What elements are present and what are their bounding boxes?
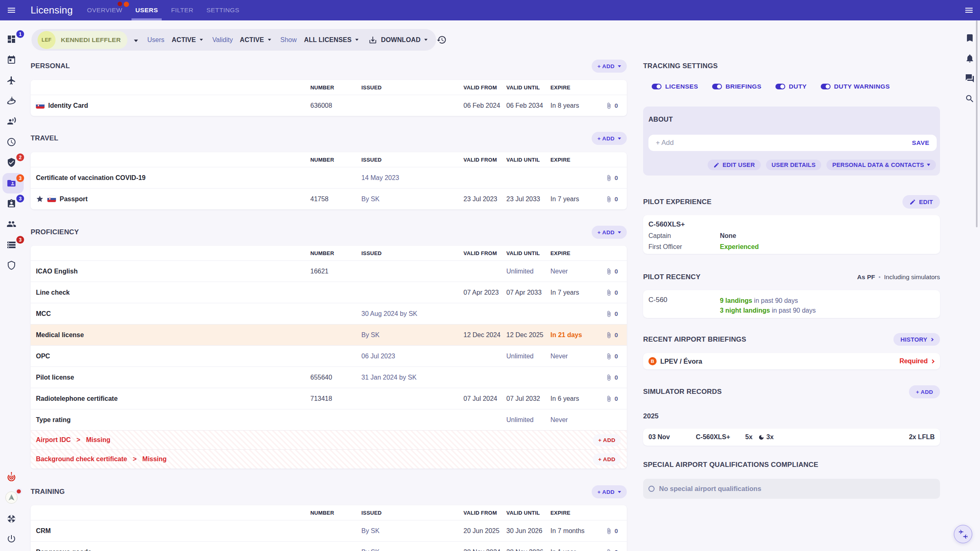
menu-icon[interactable]	[7, 5, 16, 15]
sidebar-item-duty-time[interactable]	[7, 137, 16, 147]
two-planes-icon	[958, 529, 969, 540]
travel-add-button[interactable]: + ADD	[592, 132, 627, 145]
download-button[interactable]: DOWNLOAD	[368, 36, 428, 44]
attachments[interactable]: 0	[600, 310, 627, 317]
pilot-recency-header: PILOT RECENCY As PF Including simulators	[643, 271, 940, 284]
sidebar-item-alerts[interactable]	[7, 471, 16, 481]
attachments[interactable]: 0	[600, 289, 627, 296]
proficiency-add-button[interactable]: + ADD	[592, 226, 627, 239]
rail-search[interactable]	[965, 94, 975, 104]
scrollbar[interactable]	[976, 20, 978, 227]
history-restore-button[interactable]	[437, 35, 447, 45]
missing-row-airport-idc[interactable]: Airport IDC > Missing + ADD	[31, 430, 627, 449]
attachments[interactable]: 0	[600, 102, 627, 109]
sidebar-item-logs[interactable]	[7, 240, 16, 250]
about-save-button[interactable]: SAVE	[904, 139, 937, 147]
tab-settings[interactable]: SETTINGS	[207, 0, 240, 20]
user-dropdown-caret[interactable]	[134, 36, 138, 44]
user-chip[interactable]: LEF KENNEDI LEFFLER	[38, 31, 127, 49]
table-row-covid-certificate[interactable]: Certificate of vaccination COVID-19 14 M…	[31, 167, 627, 188]
table-row-crm[interactable]: CRM By SK 20 Jun 2025 30 Jun 2026 In 7 m…	[31, 520, 627, 541]
sidebar-item-app-logo[interactable]	[5, 491, 18, 504]
sidebar-item-logout[interactable]	[7, 534, 16, 544]
simulator-record-card[interactable]: 03 Nov C-560XLS+ 5x 3x 2x LFLB	[643, 429, 940, 446]
attachments[interactable]: 0	[600, 353, 627, 360]
storage-icon	[7, 240, 16, 250]
sidebar-item-compliance[interactable]	[7, 158, 16, 167]
validity-filter-select[interactable]: ACTIVE	[240, 36, 271, 44]
table-row-opc[interactable]: OPC 06 Jul 2023 Unlimited Never 0	[31, 345, 627, 367]
slovakia-flag-icon	[36, 102, 45, 109]
special-qualifications-empty: No special airport qualifications	[659, 485, 761, 493]
simulator-add-button[interactable]: + ADD	[909, 385, 940, 398]
fab-flights-button[interactable]	[954, 525, 972, 543]
tab-filter[interactable]: FILTER	[171, 0, 194, 20]
users-filter-select[interactable]: ACTIVE	[172, 36, 203, 44]
toggle-switch[interactable]	[821, 84, 831, 89]
attachments[interactable]: 0	[600, 331, 627, 338]
tracking-settings-title: TRACKING SETTINGS	[643, 62, 718, 70]
about-input[interactable]	[648, 139, 904, 147]
chat-icon	[965, 73, 975, 83]
airport-briefing-card[interactable]: B LPEV / Évora Required	[643, 353, 940, 369]
personal-data-button[interactable]: PERSONAL DATA & CONTACTS	[826, 160, 936, 170]
attachments[interactable]: 0	[600, 268, 627, 275]
missing-row-background-check[interactable]: Background check certificate > Missing +…	[31, 449, 627, 469]
sidebar-item-crew-voice[interactable]	[7, 116, 16, 126]
table-row-identity-card[interactable]: Identity Card 636008 06 Feb 2024 06 Feb …	[31, 95, 627, 116]
history-button[interactable]: HISTORY	[893, 333, 940, 346]
attachments[interactable]: 0	[600, 374, 627, 381]
show-filter-label[interactable]: Show	[281, 36, 297, 44]
travel-table: NUMBER ISSUED VALID FROM VALID UNTIL EXP…	[31, 152, 627, 209]
table-row-icao-english[interactable]: ICAO English 16621 Unlimited Never 0	[31, 260, 627, 282]
toggle-switch[interactable]	[652, 84, 662, 89]
edit-user-button[interactable]: EDIT USER	[708, 160, 760, 170]
right-menu-icon[interactable]	[964, 5, 974, 15]
table-row-type-rating[interactable]: Type rating Unlimited Never	[31, 409, 627, 430]
sidebar-item-licensing[interactable]	[7, 178, 16, 188]
table-row-passport[interactable]: Passport 41758 By SK 23 Jul 2023 23 Jul …	[31, 188, 627, 209]
table-row-mcc[interactable]: MCC 30 Aug 2024 by SK 0	[31, 303, 627, 324]
attachments[interactable]: 0	[600, 549, 627, 551]
validity-filter-label[interactable]: Validity	[212, 36, 233, 44]
toggle-duty[interactable]: DUTY	[775, 83, 807, 90]
table-row-line-check[interactable]: Line check 07 Apr 2023 07 Apr 2033 In 7 …	[31, 282, 627, 303]
table-row-dangerous-goods[interactable]: Dangerous goods By SK 28 Nov 2024 28 Nov…	[31, 541, 627, 551]
tab-overview[interactable]: OVERVIEW	[87, 0, 122, 20]
airport-idc-add-button[interactable]: + ADD	[593, 434, 621, 446]
attachments[interactable]: 0	[600, 527, 627, 534]
attachments[interactable]: 0	[600, 395, 627, 402]
attachments[interactable]: 0	[600, 174, 627, 181]
training-add-button[interactable]: + ADD	[592, 485, 627, 498]
table-row-medical-license[interactable]: Medical license By SK 12 Dec 2024 12 Dec…	[31, 324, 627, 345]
toggle-switch[interactable]	[712, 84, 722, 89]
simulator-landings: 5x	[745, 433, 753, 441]
user-details-button[interactable]: USER DETAILS	[766, 160, 822, 170]
rail-notifications[interactable]	[965, 53, 975, 63]
table-row-radiotelephone[interactable]: Radiotelephone certificate 713418 07 Jul…	[31, 388, 627, 409]
sidebar-item-users[interactable]	[7, 219, 16, 229]
sidebar-item-handling[interactable]	[7, 96, 16, 106]
sidebar-item-wheel[interactable]	[7, 514, 16, 524]
sidebar-item-calendar[interactable]	[7, 55, 16, 64]
attachments[interactable]: 0	[600, 196, 627, 202]
briefing-status[interactable]: Required	[900, 358, 934, 365]
sidebar-item-security[interactable]	[7, 260, 16, 270]
licenses-filter-select[interactable]: ALL LICENSES	[304, 36, 359, 44]
tab-users[interactable]: USERS	[135, 0, 158, 20]
users-filter-label[interactable]: Users	[147, 36, 165, 44]
sidebar-item-assignments[interactable]	[7, 199, 16, 209]
pilot-experience-edit-button[interactable]: EDIT	[902, 195, 940, 209]
toggle-switch[interactable]	[775, 84, 785, 89]
background-check-add-button[interactable]: + ADD	[593, 453, 621, 465]
topbar: Licensing OVERVIEW USERS FILTER SETTINGS	[0, 0, 980, 20]
sidebar-item-dashboard[interactable]	[7, 34, 16, 44]
rail-bookmark[interactable]	[965, 33, 975, 43]
toggle-duty-warnings[interactable]: DUTY WARNINGS	[821, 83, 890, 90]
toggle-briefings[interactable]: BRIEFINGS	[712, 83, 762, 90]
toggle-licenses[interactable]: LICENSES	[652, 83, 698, 90]
table-row-pilot-license[interactable]: Pilot license 655640 31 Jan 2024 by SK 0	[31, 367, 627, 388]
sidebar-item-flights[interactable]	[7, 76, 16, 85]
personal-add-button[interactable]: + ADD	[592, 60, 627, 73]
rail-messages[interactable]	[965, 73, 975, 83]
